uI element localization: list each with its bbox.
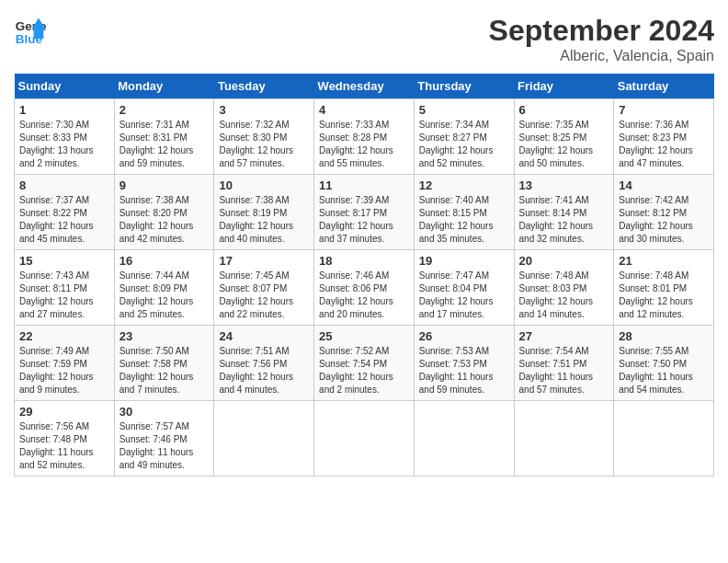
day-detail: Sunrise: 7:30 AMSunset: 8:33 PMDaylight:… — [19, 120, 94, 168]
day-detail: Sunrise: 7:38 AMSunset: 8:20 PMDaylight:… — [119, 195, 194, 244]
day-detail: Sunrise: 7:38 AMSunset: 8:19 PMDaylight:… — [219, 195, 293, 244]
logo: General Blue — [14, 14, 47, 47]
week-row-5: 29 Sunrise: 7:56 AMSunset: 7:48 PMDaylig… — [15, 401, 714, 477]
table-row: 16 Sunrise: 7:44 AMSunset: 8:09 PMDaylig… — [114, 250, 214, 326]
day-detail: Sunrise: 7:31 AMSunset: 8:31 PMDaylight:… — [119, 120, 194, 168]
day-number: 8 — [19, 178, 109, 192]
table-row: 21 Sunrise: 7:48 AMSunset: 8:01 PMDaylig… — [614, 250, 714, 326]
day-detail: Sunrise: 7:52 AMSunset: 7:54 PMDaylight:… — [319, 346, 393, 395]
table-row: 6 Sunrise: 7:35 AMSunset: 8:25 PMDayligh… — [514, 99, 614, 175]
day-number: 1 — [19, 103, 109, 117]
table-row: 28 Sunrise: 7:55 AMSunset: 7:50 PMDaylig… — [614, 326, 714, 401]
day-number: 27 — [519, 329, 609, 343]
day-number: 26 — [419, 329, 509, 343]
week-row-2: 8 Sunrise: 7:37 AMSunset: 8:22 PMDayligh… — [15, 175, 714, 250]
day-detail: Sunrise: 7:40 AMSunset: 8:15 PMDaylight:… — [419, 195, 494, 244]
day-number: 20 — [519, 254, 609, 268]
table-row: 26 Sunrise: 7:53 AMSunset: 7:53 PMDaylig… — [414, 326, 514, 401]
day-detail: Sunrise: 7:43 AMSunset: 8:11 PMDaylight:… — [19, 270, 94, 319]
day-detail: Sunrise: 7:49 AMSunset: 7:59 PMDaylight:… — [19, 346, 94, 395]
table-row: 23 Sunrise: 7:50 AMSunset: 7:58 PMDaylig… — [114, 326, 214, 401]
table-row: 13 Sunrise: 7:41 AMSunset: 8:14 PMDaylig… — [514, 175, 614, 250]
month-title: September 2024 — [489, 14, 714, 48]
table-row: 8 Sunrise: 7:37 AMSunset: 8:22 PMDayligh… — [15, 175, 115, 250]
day-number: 17 — [219, 254, 309, 268]
table-row: 20 Sunrise: 7:48 AMSunset: 8:03 PMDaylig… — [514, 250, 614, 326]
week-row-1: 1 Sunrise: 7:30 AMSunset: 8:33 PMDayligh… — [15, 99, 714, 175]
day-detail: Sunrise: 7:51 AMSunset: 7:56 PMDaylight:… — [219, 346, 293, 395]
day-number: 9 — [119, 178, 210, 192]
day-detail: Sunrise: 7:47 AMSunset: 8:04 PMDaylight:… — [419, 270, 494, 319]
day-detail: Sunrise: 7:57 AMSunset: 7:46 PMDaylight:… — [119, 421, 194, 470]
day-number: 7 — [619, 103, 709, 117]
day-number: 4 — [319, 103, 409, 117]
day-number: 3 — [219, 103, 309, 117]
table-row: 22 Sunrise: 7:49 AMSunset: 7:59 PMDaylig… — [15, 326, 115, 401]
day-number: 14 — [619, 178, 709, 192]
day-detail: Sunrise: 7:44 AMSunset: 8:09 PMDaylight:… — [119, 270, 194, 319]
header: General Blue September 2024 Alberic, Val… — [14, 14, 714, 64]
day-detail: Sunrise: 7:42 AMSunset: 8:12 PMDaylight:… — [619, 195, 693, 244]
day-detail: Sunrise: 7:46 AMSunset: 8:06 PMDaylight:… — [319, 270, 393, 319]
day-number: 19 — [419, 254, 509, 268]
table-row — [614, 401, 714, 477]
weekday-header-row: SundayMondayTuesdayWednesdayThursdayFrid… — [15, 74, 714, 99]
day-number: 25 — [319, 329, 409, 343]
day-number: 24 — [219, 329, 309, 343]
table-row: 29 Sunrise: 7:56 AMSunset: 7:48 PMDaylig… — [15, 401, 115, 477]
weekday-header-thursday: Thursday — [414, 74, 514, 99]
table-row: 30 Sunrise: 7:57 AMSunset: 7:46 PMDaylig… — [114, 401, 214, 477]
weekday-header-friday: Friday — [514, 74, 614, 99]
day-number: 29 — [19, 405, 109, 419]
day-number: 12 — [419, 178, 509, 192]
day-detail: Sunrise: 7:35 AMSunset: 8:25 PMDaylight:… — [519, 120, 594, 168]
table-row: 10 Sunrise: 7:38 AMSunset: 8:19 PMDaylig… — [214, 175, 314, 250]
day-detail: Sunrise: 7:32 AMSunset: 8:30 PMDaylight:… — [219, 120, 293, 168]
table-row — [414, 401, 514, 477]
table-row: 5 Sunrise: 7:34 AMSunset: 8:27 PMDayligh… — [414, 99, 514, 175]
table-row — [514, 401, 614, 477]
logo-icon: General Blue — [14, 14, 47, 47]
day-number: 23 — [119, 329, 210, 343]
week-row-4: 22 Sunrise: 7:49 AMSunset: 7:59 PMDaylig… — [15, 326, 714, 401]
day-detail: Sunrise: 7:53 AMSunset: 7:53 PMDaylight:… — [419, 346, 494, 395]
weekday-header-saturday: Saturday — [614, 74, 714, 99]
day-detail: Sunrise: 7:55 AMSunset: 7:50 PMDaylight:… — [619, 346, 693, 395]
table-row: 3 Sunrise: 7:32 AMSunset: 8:30 PMDayligh… — [214, 99, 314, 175]
table-row: 24 Sunrise: 7:51 AMSunset: 7:56 PMDaylig… — [214, 326, 314, 401]
day-detail: Sunrise: 7:48 AMSunset: 8:01 PMDaylight:… — [619, 270, 693, 319]
day-number: 6 — [519, 103, 609, 117]
day-number: 15 — [19, 254, 109, 268]
day-number: 10 — [219, 178, 309, 192]
day-detail: Sunrise: 7:48 AMSunset: 8:03 PMDaylight:… — [519, 270, 594, 319]
table-row: 18 Sunrise: 7:46 AMSunset: 8:06 PMDaylig… — [314, 250, 415, 326]
table-row: 4 Sunrise: 7:33 AMSunset: 8:28 PMDayligh… — [314, 99, 415, 175]
calendar-table: SundayMondayTuesdayWednesdayThursdayFrid… — [14, 74, 714, 477]
table-row — [314, 401, 415, 477]
table-row: 2 Sunrise: 7:31 AMSunset: 8:31 PMDayligh… — [114, 99, 214, 175]
table-row: 15 Sunrise: 7:43 AMSunset: 8:11 PMDaylig… — [15, 250, 115, 326]
table-row — [214, 401, 314, 477]
table-row: 19 Sunrise: 7:47 AMSunset: 8:04 PMDaylig… — [414, 250, 514, 326]
day-number: 18 — [319, 254, 409, 268]
day-number: 30 — [119, 405, 210, 419]
day-detail: Sunrise: 7:56 AMSunset: 7:48 PMDaylight:… — [19, 421, 94, 470]
day-detail: Sunrise: 7:37 AMSunset: 8:22 PMDaylight:… — [19, 195, 94, 244]
location-title: Alberic, Valencia, Spain — [489, 48, 714, 64]
table-row: 27 Sunrise: 7:54 AMSunset: 7:51 PMDaylig… — [514, 326, 614, 401]
table-row: 1 Sunrise: 7:30 AMSunset: 8:33 PMDayligh… — [15, 99, 115, 175]
day-number: 13 — [519, 178, 609, 192]
table-row: 11 Sunrise: 7:39 AMSunset: 8:17 PMDaylig… — [314, 175, 415, 250]
table-row: 7 Sunrise: 7:36 AMSunset: 8:23 PMDayligh… — [614, 99, 714, 175]
weekday-header-tuesday: Tuesday — [214, 74, 314, 99]
table-row: 14 Sunrise: 7:42 AMSunset: 8:12 PMDaylig… — [614, 175, 714, 250]
table-row: 9 Sunrise: 7:38 AMSunset: 8:20 PMDayligh… — [114, 175, 214, 250]
weekday-header-sunday: Sunday — [15, 74, 115, 99]
weekday-header-monday: Monday — [114, 74, 214, 99]
title-area: September 2024 Alberic, Valencia, Spain — [489, 14, 714, 64]
week-row-3: 15 Sunrise: 7:43 AMSunset: 8:11 PMDaylig… — [15, 250, 714, 326]
day-detail: Sunrise: 7:33 AMSunset: 8:28 PMDaylight:… — [319, 120, 393, 168]
day-number: 2 — [119, 103, 210, 117]
day-detail: Sunrise: 7:34 AMSunset: 8:27 PMDaylight:… — [419, 120, 494, 168]
table-row: 12 Sunrise: 7:40 AMSunset: 8:15 PMDaylig… — [414, 175, 514, 250]
